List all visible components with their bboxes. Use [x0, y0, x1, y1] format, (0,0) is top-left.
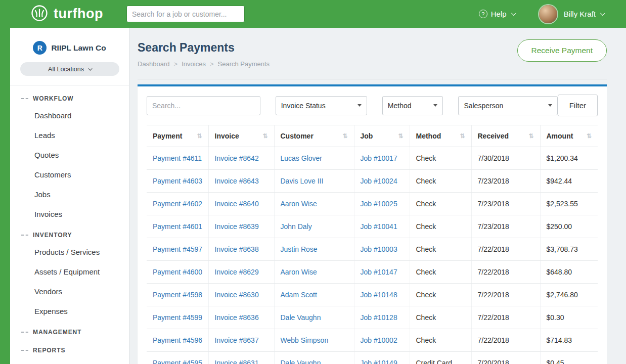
- breadcrumb-item[interactable]: Dashboard: [138, 60, 170, 68]
- job-link[interactable]: Job #10025: [361, 200, 397, 208]
- main-content: Search Payments Dashboard>Invoices>Searc…: [129, 28, 626, 364]
- invoice-link[interactable]: Invoice #8643: [215, 177, 259, 185]
- nav-section-inventory[interactable]: INVENTORY: [10, 224, 129, 242]
- payment-cell: Payment #4611: [147, 147, 208, 170]
- invoice-status-select[interactable]: Invoice Status: [276, 96, 367, 115]
- amount-cell: $3,708.73: [540, 238, 598, 261]
- salesperson-select[interactable]: Salesperson: [458, 96, 557, 115]
- method-cell: Check: [410, 215, 471, 238]
- global-search-input[interactable]: [126, 6, 245, 22]
- payment-link[interactable]: Payment #4597: [153, 245, 202, 253]
- column-header-received[interactable]: ⇅Received: [471, 125, 540, 147]
- invoice-link[interactable]: Invoice #8638: [215, 245, 259, 253]
- payments-search-input[interactable]: [147, 96, 260, 115]
- method-cell: Check: [410, 261, 471, 284]
- payment-link[interactable]: Payment #4596: [153, 336, 202, 344]
- invoice-link[interactable]: Invoice #8630: [215, 291, 259, 299]
- job-link[interactable]: Job #10017: [361, 154, 397, 162]
- column-header-customer[interactable]: ⇅Customer: [274, 125, 354, 147]
- customer-link[interactable]: Aaron Wise: [281, 268, 317, 276]
- payment-link[interactable]: Payment #4599: [153, 313, 202, 322]
- invoice-link[interactable]: Invoice #8639: [215, 222, 259, 231]
- column-header-amount[interactable]: ⇅Amount: [540, 125, 598, 147]
- amount-cell: $942.44: [540, 170, 598, 193]
- table-row: Payment #4600Invoice #8629Aaron WiseJob …: [147, 261, 598, 284]
- sidebar-item-customers[interactable]: Customers: [10, 165, 129, 185]
- sidebar-item-assets-equipment[interactable]: Assets / Equipment: [10, 262, 129, 282]
- sort-icon: ⇅: [398, 132, 403, 140]
- breadcrumb-item[interactable]: Invoices: [182, 60, 206, 68]
- job-link[interactable]: Job #10147: [361, 268, 397, 276]
- sidebar-item-dashboard[interactable]: Dashboard: [10, 106, 129, 125]
- customer-cell: Justin Rose: [274, 238, 354, 261]
- method-select[interactable]: Method: [382, 96, 443, 115]
- payment-link[interactable]: Payment #4598: [153, 291, 202, 299]
- invoice-link[interactable]: Invoice #8629: [215, 268, 259, 276]
- company-block: R RIIPL Lawn Co All Locations: [10, 28, 129, 85]
- help-menu[interactable]: ? Help: [479, 10, 515, 18]
- customer-link[interactable]: Davis Love III: [281, 177, 324, 185]
- invoice-link[interactable]: Invoice #8636: [215, 313, 259, 322]
- job-link[interactable]: Job #10128: [361, 313, 397, 322]
- job-link[interactable]: Job #10149: [361, 359, 397, 364]
- nav-section-management[interactable]: MANAGEMENT: [10, 321, 129, 339]
- app-logo[interactable]: turfhop: [30, 4, 103, 24]
- column-header-job[interactable]: ⇅Job: [354, 125, 410, 147]
- table-row: Payment #4595Invoice #8631Dale VaughnJob…: [147, 352, 598, 364]
- user-avatar[interactable]: [539, 5, 557, 23]
- method-cell: Credit Card: [410, 352, 471, 364]
- customer-link[interactable]: Justin Rose: [281, 245, 318, 253]
- column-header-invoice[interactable]: ⇅Invoice: [208, 125, 274, 147]
- job-link[interactable]: Job #10003: [361, 245, 397, 253]
- amount-cell: $2,746.80: [540, 284, 598, 306]
- received-cell: 7/22/2018: [471, 284, 540, 306]
- nav-section-workflow[interactable]: WORKFLOW: [10, 87, 129, 106]
- sidebar-item-expenses[interactable]: Expenses: [10, 301, 129, 321]
- sidebar-item-invoices[interactable]: Invoices: [10, 204, 129, 224]
- column-header-payment[interactable]: ⇅Payment: [147, 125, 208, 147]
- payment-link[interactable]: Payment #4595: [153, 359, 202, 364]
- payment-cell: Payment #4600: [147, 261, 208, 284]
- column-header-method[interactable]: ⇅Method: [410, 125, 471, 147]
- sidebar-item-vendors[interactable]: Vendors: [10, 282, 129, 301]
- invoice-link[interactable]: Invoice #8642: [215, 154, 259, 162]
- payments-table: ⇅Payment⇅Invoice⇅Customer⇅Job⇅Method⇅Rec…: [147, 125, 598, 364]
- customer-link[interactable]: Webb Simpson: [281, 336, 329, 344]
- payment-link[interactable]: Payment #4601: [153, 222, 202, 231]
- customer-link[interactable]: Adam Scott: [281, 291, 317, 299]
- payment-link[interactable]: Payment #4603: [153, 177, 202, 185]
- receive-payment-button[interactable]: Receive Payment: [517, 39, 607, 62]
- method-cell: Check: [410, 193, 471, 215]
- customer-link[interactable]: Aaron Wise: [281, 200, 317, 208]
- payment-link[interactable]: Payment #4611: [153, 154, 202, 162]
- invoice-link[interactable]: Invoice #8637: [215, 336, 259, 344]
- customer-cell: Webb Simpson: [274, 329, 354, 352]
- customer-link[interactable]: Lucas Glover: [281, 154, 322, 162]
- payment-link[interactable]: Payment #4600: [153, 268, 202, 276]
- job-link[interactable]: Job #10024: [361, 177, 397, 185]
- nav-section-reports[interactable]: REPORTS: [10, 339, 129, 357]
- filter-button[interactable]: Filter: [558, 95, 598, 116]
- all-locations-dropdown[interactable]: All Locations: [20, 62, 119, 76]
- payment-link[interactable]: Payment #4602: [153, 200, 202, 208]
- job-link[interactable]: Job #10041: [361, 222, 397, 231]
- table-header-row: ⇅Payment⇅Invoice⇅Customer⇅Job⇅Method⇅Rec…: [147, 125, 598, 147]
- column-label: Job: [361, 132, 373, 140]
- invoice-link[interactable]: Invoice #8640: [215, 200, 259, 208]
- method-cell: Check: [410, 147, 471, 170]
- customer-link[interactable]: Dale Vaughn: [281, 313, 321, 322]
- user-menu[interactable]: Billy Kraft: [564, 10, 604, 18]
- invoice-link[interactable]: Invoice #8631: [215, 359, 259, 364]
- sidebar-item-leads[interactable]: Leads: [10, 125, 129, 145]
- sidebar-item-jobs[interactable]: Jobs: [10, 185, 129, 204]
- table-row: Payment #4602Invoice #8640Aaron WiseJob …: [147, 193, 598, 215]
- customer-link[interactable]: John Daly: [281, 222, 312, 231]
- company-row: R RIIPL Lawn Co: [17, 41, 122, 55]
- chevron-down-icon: [88, 66, 92, 70]
- job-cell: Job #10148: [354, 284, 410, 306]
- job-link[interactable]: Job #10002: [361, 336, 397, 344]
- sidebar-item-products-services[interactable]: Products / Services: [10, 242, 129, 262]
- customer-link[interactable]: Dale Vaughn: [281, 359, 321, 364]
- sidebar-item-quotes[interactable]: Quotes: [10, 145, 129, 165]
- job-link[interactable]: Job #10148: [361, 291, 397, 299]
